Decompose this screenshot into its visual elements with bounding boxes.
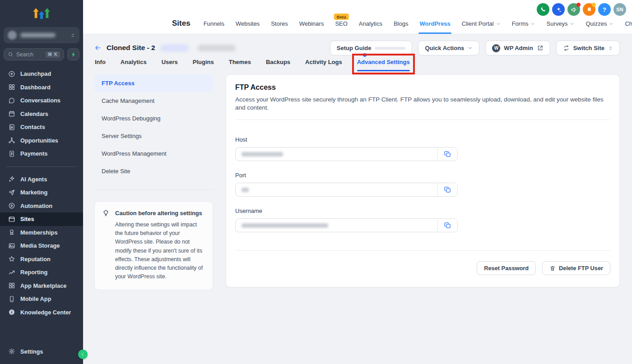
avatar-initials: SN [616,7,623,12]
menu-item-wordpress-management[interactable]: WordPress Management [94,145,213,162]
sidebar-item-label: Calendars [20,111,48,117]
tab-wordpress[interactable]: WordPress [419,13,450,34]
tab-seo[interactable]: BetaSEO [335,13,347,34]
search-input[interactable]: Search ⌘ K [4,48,64,60]
chevron-down-icon [468,46,473,51]
subtab-plugins[interactable]: Plugins [193,59,214,71]
sidebar-item-calendars[interactable]: Calendars [0,107,83,121]
subtab-backups[interactable]: Backups [266,59,290,71]
launchpad-icon [8,70,15,78]
tab-blogs[interactable]: Blogs [394,13,409,34]
menu-item-cache-management[interactable]: Cache Management [94,92,213,110]
sidebar-item-payments[interactable]: Payments [0,147,83,161]
site-meta-redacted [198,45,236,51]
main-area: ? SN Sites Funnels Websites Stores Webin… [83,0,632,364]
star-icon [8,255,15,263]
sidebar-item-sites[interactable]: Sites [0,212,83,226]
wp-admin-button[interactable]: W WP Admin [485,41,550,55]
host-field: Host [235,136,610,161]
sidebar-item-settings[interactable]: Settings [0,345,83,359]
tab-websites[interactable]: Websites [236,13,260,34]
setup-guide-button[interactable]: Setup Guide [330,41,413,55]
sidebar-item-knowledge-center[interactable]: Knowledge Center [0,306,83,319]
sidebar-item-mobile-app[interactable]: Mobile App [0,292,83,306]
sidebar-item-automation[interactable]: Automation [0,199,83,213]
menu-item-ftp-access[interactable]: FTP Access [94,74,213,92]
sidebar-item-dashboard[interactable]: Dashboard [0,81,83,94]
delete-ftp-user-button[interactable]: Delete FTP User [542,261,610,275]
dashboard-icon [8,83,15,91]
back-arrow-icon[interactable] [94,44,102,51]
switch-icon [563,45,570,51]
reset-password-button[interactable]: Reset Password [477,261,536,275]
sidebar-item-contacts[interactable]: Contacts [0,120,83,134]
sidebar-divider [6,166,77,167]
sidebar-item-reputation[interactable]: Reputation [0,253,83,266]
ftp-access-panel: FTP Access Access your WordPress site se… [226,74,620,287]
subtab-activity-logs[interactable]: Activity Logs [305,59,342,71]
sidebar-nav-secondary: AI Agents Marketing Automation Sites Mem… [0,173,83,319]
username-input[interactable] [236,219,437,232]
username-value-redacted [242,223,328,228]
copy-port-button[interactable] [437,183,457,196]
menu-item-wordpress-debugging[interactable]: WordPress Debugging [94,110,213,127]
tab-quizzes[interactable]: Quizzes [586,13,613,34]
sidebar-item-label: AI Agents [20,176,47,183]
subtab-analytics[interactable]: Analytics [121,59,147,71]
caution-body: Altering these settings will impact the … [115,221,205,281]
subtab-users[interactable]: Users [162,59,178,71]
port-input[interactable] [236,183,437,196]
advanced-settings-sidebar: FTP Access Cache Management WordPress De… [94,74,213,290]
tab-webinars[interactable]: Webinars [299,13,324,34]
host-input[interactable] [236,147,437,161]
quick-actions-button[interactable]: Quick Actions [418,41,479,55]
megaphone-icon [571,6,577,13]
panel-title: FTP Access [235,83,610,92]
menu-item-server-settings[interactable]: Server Settings [94,127,213,145]
sidebar-item-memberships[interactable]: Memberships [0,226,83,240]
sidebar-item-label: Reporting [20,269,47,276]
tab-chat-widget[interactable]: Chat Widget [625,13,632,34]
copy-icon [444,221,451,229]
copy-username-button[interactable] [437,219,457,232]
tab-forms[interactable]: Forms [512,13,535,34]
chevron-left-icon [80,352,85,357]
tab-stores[interactable]: Stores [271,13,288,34]
sidebar-item-opportunities[interactable]: Opportunities [0,134,83,147]
question-mark-icon: ? [603,6,606,13]
sidebar-item-launchpad[interactable]: Launchpad [0,67,83,81]
port-field: Port [235,172,610,197]
sidebar-item-label: Memberships [20,229,58,236]
sidebar-collapse-button[interactable] [78,350,88,359]
tab-analytics[interactable]: Analytics [359,13,382,34]
account-switcher[interactable] [4,27,79,43]
copy-icon [444,186,451,194]
tab-client-portal[interactable]: Client Portal [462,13,501,34]
copy-host-button[interactable] [437,147,457,161]
gohighlevel-arrows-logo [32,7,51,19]
sidebar-item-marketing[interactable]: Marketing [0,186,83,199]
chevron-up-down-icon [608,45,613,51]
address-book-icon [8,124,15,131]
sidebar-item-media-storage[interactable]: Media Storage [0,239,83,253]
smartphone-icon [8,295,15,303]
search-shortcut-badge: ⌘ K [46,51,60,58]
subtab-themes[interactable]: Themes [229,59,251,71]
sidebar-item-app-marketplace[interactable]: App Marketplace [0,279,83,293]
sidebar-item-ai-agents[interactable]: AI Agents [0,173,83,186]
menu-item-delete-site[interactable]: Delete Site [94,162,213,180]
switch-site-button[interactable]: Switch Site [556,41,620,55]
ai-quick-button[interactable] [67,48,79,60]
subtab-advanced-settings[interactable]: Advanced Settings [357,59,410,71]
sidebar-item-reporting[interactable]: Reporting [0,266,83,279]
bell-icon [586,6,593,13]
image-icon [8,242,15,249]
tab-funnels[interactable]: Funnels [204,13,224,34]
site-action-buttons: Setup Guide Quick Actions W WP Admin [330,41,620,55]
trend-chart-icon [8,269,15,276]
sidebar-item-conversations[interactable]: Conversations [0,94,83,107]
host-label: Host [235,136,610,143]
sidebar-item-label: Payments [20,150,47,157]
subtab-info[interactable]: Info [95,59,106,71]
tab-surveys[interactable]: Surveys [546,13,574,34]
